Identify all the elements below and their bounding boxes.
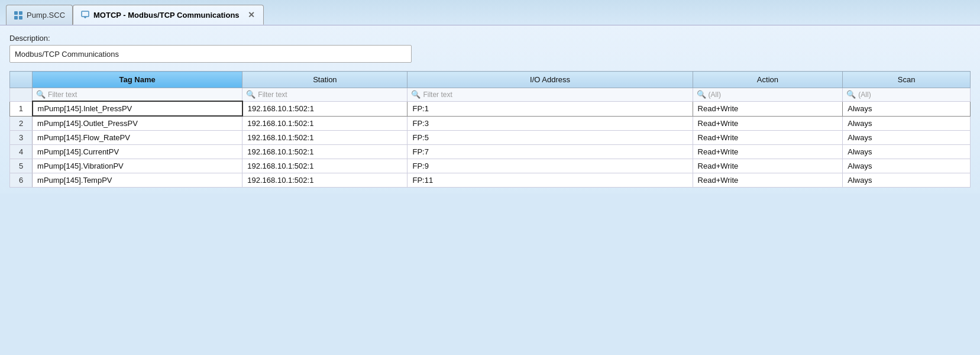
filter-num-cell	[10, 88, 33, 102]
table-body: 1mPump[145].Inlet_PressPV192.168.10.1:50…	[10, 101, 971, 188]
filter-io-label: Filter text	[423, 91, 452, 99]
svg-rect-4	[82, 11, 89, 17]
table-row[interactable]: 4mPump[145].CurrentPV192.168.10.1:502:1F…	[10, 145, 971, 159]
col-header-scan[interactable]: Scan	[843, 72, 971, 88]
row-action-cell: Read+Write	[693, 159, 843, 173]
row-num-cell: 4	[10, 145, 33, 159]
row-num-cell: 6	[10, 173, 33, 188]
filter-station-label: Filter text	[258, 91, 287, 99]
col-header-tag-name[interactable]: Tag Name	[33, 72, 242, 88]
row-station-cell: 192.168.10.1:502:1	[242, 173, 407, 188]
svg-rect-2	[14, 16, 18, 20]
row-scan-cell: Always	[843, 173, 971, 188]
col-header-station[interactable]: Station	[242, 72, 407, 88]
row-scan-cell: Always	[843, 131, 971, 145]
filter-station-cell[interactable]: 🔍 Filter text	[242, 88, 407, 102]
description-label: Description:	[9, 34, 971, 43]
row-io-cell: FP:5	[407, 131, 693, 145]
filter-io-cell[interactable]: 🔍 Filter text	[407, 88, 693, 102]
tab-bar: Pump.SCC MOTCP - Modbus/TCP Communicatio…	[0, 0, 980, 25]
row-tag-name-cell[interactable]: mPump[145].Inlet_PressPV	[33, 101, 242, 116]
row-station-cell: 192.168.10.1:502:1	[242, 145, 407, 159]
table-header-row: Tag Name Station I/O Address Action Scan	[10, 72, 971, 88]
filter-scan-label: (All)	[858, 91, 871, 99]
main-content: Description: Tag Name Station I/O Addres…	[0, 25, 980, 193]
col-header-action[interactable]: Action	[693, 72, 843, 88]
row-scan-cell: Always	[843, 159, 971, 173]
row-station-cell: 192.168.10.1:502:1	[242, 101, 407, 116]
row-action-cell: Read+Write	[693, 145, 843, 159]
filter-tagname-search-icon: 🔍	[36, 90, 46, 99]
tab-close-button[interactable]: ✕	[247, 10, 256, 20]
row-num-cell: 2	[10, 116, 33, 131]
filter-scan-cell[interactable]: 🔍 (All)	[843, 88, 971, 102]
row-io-cell: FP:9	[407, 159, 693, 173]
row-scan-cell: Always	[843, 116, 971, 131]
tab-pump-scc-label: Pump.SCC	[27, 11, 65, 20]
table-row[interactable]: 2mPump[145].Outlet_PressPV192.168.10.1:5…	[10, 116, 971, 131]
row-io-cell: FP:1	[407, 101, 693, 116]
row-action-cell: Read+Write	[693, 101, 843, 116]
filter-action-cell[interactable]: 🔍 (All)	[693, 88, 843, 102]
row-scan-cell: Always	[843, 101, 971, 116]
row-tag-name-cell[interactable]: mPump[145].CurrentPV	[33, 145, 242, 159]
grid-icon	[14, 11, 23, 20]
row-io-cell: FP:7	[407, 145, 693, 159]
row-num-cell: 1	[10, 101, 33, 116]
filter-action-search-icon: 🔍	[697, 90, 706, 99]
row-num-cell: 5	[10, 159, 33, 173]
row-tag-name-cell[interactable]: mPump[145].VibrationPV	[33, 159, 242, 173]
row-tag-name-cell[interactable]: mPump[145].TempPV	[33, 173, 242, 188]
table-filter-row: 🔍 Filter text 🔍 Filter text 🔍 Filter tex…	[10, 88, 971, 102]
row-action-cell: Read+Write	[693, 173, 843, 188]
row-tag-name-cell[interactable]: mPump[145].Flow_RatePV	[33, 131, 242, 145]
row-station-cell: 192.168.10.1:502:1	[242, 159, 407, 173]
filter-tag-name-cell[interactable]: 🔍 Filter text	[33, 88, 242, 102]
table-row[interactable]: 1mPump[145].Inlet_PressPV192.168.10.1:50…	[10, 101, 971, 116]
row-io-cell: FP:11	[407, 173, 693, 188]
table-row[interactable]: 3mPump[145].Flow_RatePV192.168.10.1:502:…	[10, 131, 971, 145]
row-scan-cell: Always	[843, 145, 971, 159]
filter-tagname-label: Filter text	[48, 91, 77, 99]
description-input[interactable]	[9, 45, 412, 63]
table-row[interactable]: 5mPump[145].VibrationPV192.168.10.1:502:…	[10, 159, 971, 173]
filter-scan-search-icon: 🔍	[846, 90, 856, 99]
row-tag-name-cell[interactable]: mPump[145].Outlet_PressPV	[33, 116, 242, 131]
row-action-cell: Read+Write	[693, 131, 843, 145]
row-io-cell: FP:3	[407, 116, 693, 131]
svg-rect-1	[19, 11, 22, 15]
tab-pump-scc[interactable]: Pump.SCC	[6, 5, 73, 25]
monitor-icon	[80, 10, 90, 20]
row-station-cell: 192.168.10.1:502:1	[242, 116, 407, 131]
tab-motcp[interactable]: MOTCP - Modbus/TCP Communications ✕	[73, 5, 264, 25]
row-action-cell: Read+Write	[693, 116, 843, 131]
filter-station-search-icon: 🔍	[246, 90, 255, 99]
svg-rect-0	[14, 11, 18, 15]
tab-motcp-label: MOTCP - Modbus/TCP Communications	[93, 11, 240, 20]
svg-rect-3	[19, 16, 22, 20]
row-num-cell: 3	[10, 131, 33, 145]
data-table: Tag Name Station I/O Address Action Scan	[9, 71, 971, 188]
col-header-io-address[interactable]: I/O Address	[407, 72, 693, 88]
col-header-num	[10, 72, 33, 88]
table-row[interactable]: 6mPump[145].TempPV192.168.10.1:502:1FP:1…	[10, 173, 971, 188]
row-station-cell: 192.168.10.1:502:1	[242, 131, 407, 145]
filter-action-label: (All)	[709, 91, 721, 99]
filter-io-search-icon: 🔍	[411, 90, 421, 99]
